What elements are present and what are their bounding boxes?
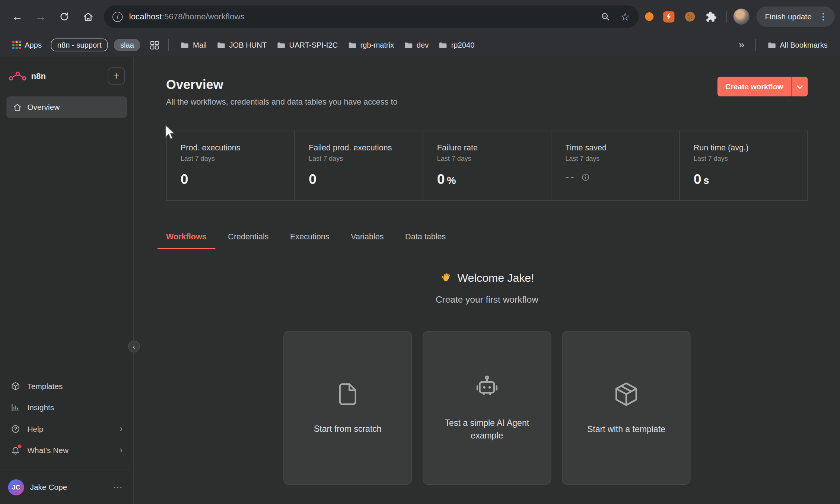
card-ai-agent-example[interactable]: Test a simple AI Agent example xyxy=(423,331,551,485)
tab-data-tables[interactable]: Data tables xyxy=(397,232,454,249)
stat-failed-executions: Failed prod. executions Last 7 days 0 xyxy=(294,131,422,201)
add-workflow-button[interactable]: + xyxy=(108,67,125,84)
stat-title: Failed prod. executions xyxy=(309,143,408,152)
bookmark-folder-rp2040[interactable]: rp2040 xyxy=(433,38,479,52)
starter-cards: Start from scratch Test a simple AI Agen… xyxy=(134,331,840,485)
create-workflow-dropdown[interactable] xyxy=(791,77,808,96)
bookmark-folder-mail[interactable]: Mail xyxy=(175,38,211,52)
reload-icon[interactable] xyxy=(52,5,76,28)
stat-title: Failure rate xyxy=(437,143,537,152)
bookmark-folder-uart-spi-i2c[interactable]: UART-SPI-I2C xyxy=(271,38,343,52)
stat-period: Last 7 days xyxy=(565,155,665,162)
sidebar-item-help[interactable]: Help › xyxy=(0,418,133,440)
tab-workflows[interactable]: Workflows xyxy=(158,232,215,249)
zoom-icon[interactable] xyxy=(601,12,611,22)
stat-value: -- xyxy=(565,171,576,183)
n8n-logo-icon[interactable] xyxy=(9,71,27,82)
sidebar-item-insights[interactable]: Insights xyxy=(0,397,133,418)
stat-unit: % xyxy=(447,172,456,186)
bar-chart-icon xyxy=(11,403,20,412)
bookmarks-bar: Apps n8n - support slaa Mail JOB HUNT UA… xyxy=(0,33,840,57)
home-icon xyxy=(13,103,22,112)
tab-executions[interactable]: Executions xyxy=(281,232,338,249)
card-label: Start with a template xyxy=(587,423,665,436)
stat-failure-rate: Failure rate Last 7 days 0% xyxy=(423,131,551,201)
notification-dot xyxy=(18,444,21,448)
extension-icon-orange-square[interactable] xyxy=(663,11,674,22)
finish-update-button[interactable]: Finish update ⋮ xyxy=(756,6,834,27)
sidebar-header: n8n + xyxy=(0,57,133,96)
extensions-puzzle-icon[interactable] xyxy=(706,11,717,22)
apps-shortcut[interactable]: Apps xyxy=(7,38,47,52)
stat-title: Time saved xyxy=(565,143,665,152)
stat-period: Last 7 days xyxy=(181,155,280,162)
all-bookmarks-button[interactable]: All Bookmarks xyxy=(762,38,833,52)
page-subtitle: All the workflows, credentials and data … xyxy=(166,97,808,106)
card-label: Test a simple AI Agent example xyxy=(440,417,534,442)
stat-title: Run time (avg.) xyxy=(694,143,793,152)
forward-icon[interactable]: → xyxy=(29,5,52,28)
all-bookmarks-label: All Bookmarks xyxy=(780,41,828,49)
stat-unit: s xyxy=(703,172,709,186)
stat-period: Last 7 days xyxy=(309,155,408,162)
sidebar-item-label: What's New xyxy=(27,446,69,455)
stat-value: 0 xyxy=(694,171,701,188)
bookmark-folder-rgb-matrix[interactable]: rgb-matrix xyxy=(343,38,399,52)
page-header: Overview All the workflows, credentials … xyxy=(134,57,840,106)
create-workflow-label[interactable]: Create workflow xyxy=(717,77,791,96)
sidebar-item-overview[interactable]: Overview xyxy=(6,96,127,118)
bookmark-folder-dev[interactable]: dev xyxy=(399,38,433,52)
home-icon[interactable] xyxy=(76,5,99,28)
n8n-app: n8n + Overview Templates xyxy=(0,57,840,504)
tab-group-slaa[interactable]: slaa xyxy=(114,39,140,51)
stat-period: Last 7 days xyxy=(694,155,793,162)
url-text: localhost:5678/home/workflows xyxy=(129,12,595,22)
sidebar-collapse-button[interactable]: ‹ xyxy=(128,341,140,353)
browser-profile-avatar[interactable] xyxy=(734,9,750,25)
finish-update-label: Finish update xyxy=(765,12,811,21)
main-content: Overview All the workflows, credentials … xyxy=(134,57,840,504)
bookmark-star-icon[interactable]: ☆ xyxy=(620,11,630,22)
folder-icon xyxy=(347,41,356,50)
stat-title: Prod. executions xyxy=(181,143,280,152)
bookmark-label: rgb-matrix xyxy=(360,41,394,49)
extension-icon-cookie[interactable] xyxy=(684,11,696,23)
tab-credentials[interactable]: Credentials xyxy=(219,232,277,249)
folder-icon xyxy=(276,41,285,50)
card-start-with-template[interactable]: Start with a template xyxy=(562,331,690,485)
url-host: localhost xyxy=(129,12,162,21)
apps-label: Apps xyxy=(25,41,42,49)
bookmark-label: Mail xyxy=(193,41,207,49)
info-icon[interactable] xyxy=(581,173,589,181)
stat-value: 0 xyxy=(437,171,445,188)
folder-icon xyxy=(438,41,447,50)
sidebar-item-templates[interactable]: Templates xyxy=(0,376,133,397)
package-icon xyxy=(612,380,640,408)
tab-group-n8n-support[interactable]: n8n - support xyxy=(51,39,108,52)
chevron-right-icon: › xyxy=(120,445,122,456)
bookmark-label: UART-SPI-I2C xyxy=(289,41,338,49)
address-bar[interactable]: i localhost:5678/home/workflows ☆ xyxy=(104,5,639,28)
stat-value: 0 xyxy=(309,171,316,188)
site-info-icon[interactable]: i xyxy=(112,12,122,22)
folder-icon xyxy=(216,41,225,50)
bookmark-folder-job-hunt[interactable]: JOB HUNT xyxy=(211,38,271,52)
robot-icon xyxy=(473,374,501,402)
user-menu[interactable]: JC Jake Cope ⋯ xyxy=(0,470,133,504)
back-icon[interactable]: ← xyxy=(5,5,29,28)
card-start-from-scratch[interactable]: Start from scratch xyxy=(283,331,412,485)
sidebar-item-whats-new[interactable]: What's New › xyxy=(0,440,133,461)
folder-icon xyxy=(767,41,776,50)
tab-groups-grid-icon[interactable] xyxy=(147,38,162,52)
user-options-icon[interactable]: ⋯ xyxy=(111,481,125,493)
bookmarks-overflow-icon[interactable]: » xyxy=(734,38,748,52)
page-title: Overview xyxy=(166,77,808,92)
file-icon xyxy=(334,380,361,407)
chevron-down-icon xyxy=(797,83,803,89)
browser-menu-icon[interactable]: ⋮ xyxy=(817,11,829,22)
extension-icon-orange-dot[interactable] xyxy=(645,12,653,21)
welcome-subtitle: Create your first workflow xyxy=(134,294,840,305)
user-name: Jake Cope xyxy=(30,483,67,491)
create-workflow-button[interactable]: Create workflow xyxy=(717,77,808,96)
tab-variables[interactable]: Variables xyxy=(342,232,392,249)
